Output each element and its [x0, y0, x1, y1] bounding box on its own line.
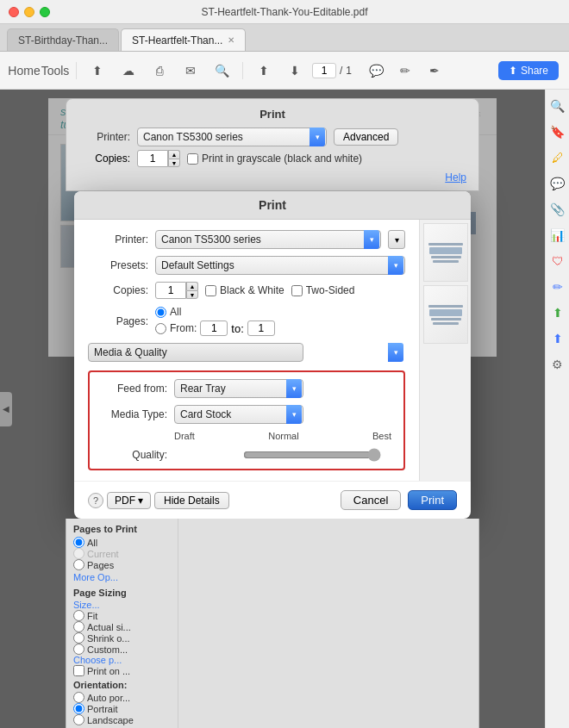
from-radio[interactable]: [155, 323, 166, 334]
shrink-radio-label[interactable]: Shrink o...: [73, 632, 171, 644]
printer-expand-btn[interactable]: ▾: [388, 230, 405, 249]
portrait-label[interactable]: Portrait: [73, 703, 171, 714]
landscape-radio[interactable]: [73, 714, 84, 725]
inner-cancel-button[interactable]: Cancel: [341, 490, 401, 510]
minimize-button[interactable]: [24, 7, 34, 17]
actual-radio[interactable]: [73, 621, 84, 632]
feed-from-select[interactable]: Rear Tray: [174, 379, 303, 398]
page-current-input[interactable]: [312, 63, 336, 78]
actual-radio-label[interactable]: Actual si...: [73, 621, 171, 632]
auto-portrait-radio[interactable]: [73, 692, 84, 703]
thumb-line-6: [433, 322, 459, 325]
close-button[interactable]: [9, 7, 19, 17]
from-page-input[interactable]: [200, 320, 228, 336]
help-circle-button[interactable]: ?: [88, 493, 103, 508]
from-radio-label[interactable]: From:: [155, 322, 197, 334]
inner-stepper-down[interactable]: ▼: [186, 290, 198, 299]
stepper-up[interactable]: ▲: [168, 150, 180, 159]
tools-button[interactable]: Tools: [41, 59, 69, 83]
tab-birthday[interactable]: ST-Birthday-Than...: [7, 28, 119, 51]
more-options-link[interactable]: More Op...: [73, 572, 171, 582]
inner-copies-input[interactable]: [155, 282, 186, 299]
nav-down-button[interactable]: ⬇: [281, 59, 309, 83]
outer-current-radio[interactable]: [73, 548, 84, 559]
printer-select-outer[interactable]: Canon TS5300 series: [137, 128, 327, 146]
sidebar-comment-icon[interactable]: 💬: [548, 174, 567, 193]
copies-input-outer[interactable]: [137, 150, 168, 167]
all-radio-label[interactable]: All: [73, 537, 171, 548]
choose-link[interactable]: Choose p...: [73, 655, 171, 665]
maximize-button[interactable]: [40, 7, 50, 17]
inner-stepper-up[interactable]: ▲: [186, 282, 198, 290]
sidebar-bookmark-icon[interactable]: 🔖: [548, 122, 567, 141]
right-sidebar: 🔍 🔖 🖊 💬 📎 📊 🛡 ✏ ⬆ ⬆ ⚙: [545, 90, 569, 728]
thumb-line-1: [428, 243, 463, 246]
advanced-button[interactable]: Advanced: [334, 128, 398, 146]
markup-button[interactable]: ✏: [391, 59, 419, 83]
media-quality-select[interactable]: Media & Quality: [88, 343, 303, 362]
two-sided-checkbox[interactable]: [291, 285, 303, 296]
custom-radio-label[interactable]: Custom...: [73, 644, 171, 655]
stepper-down[interactable]: ▼: [168, 159, 180, 167]
search-button[interactable]: 🔍: [208, 59, 235, 83]
sidebar-attachment-icon[interactable]: 📎: [548, 200, 567, 219]
inner-print-button[interactable]: Print: [408, 490, 457, 510]
size-link[interactable]: Size...: [73, 600, 171, 610]
media-type-select-wrapper: Card Stock ▾: [174, 405, 303, 424]
to-page-input[interactable]: [247, 320, 275, 336]
auto-portrait-text: Auto por...: [87, 693, 130, 703]
pages-radio-label[interactable]: Pages: [73, 559, 171, 570]
black-white-label[interactable]: Black & White: [205, 284, 284, 296]
inner-pages-label: Pages:: [88, 315, 148, 327]
pdf-button[interactable]: PDF ▾: [107, 492, 151, 509]
upload-button[interactable]: ⬆: [84, 59, 111, 83]
sidebar-highlight-icon[interactable]: 🖊: [548, 148, 567, 167]
sidebar-sign-icon[interactable]: ✏: [548, 277, 567, 296]
quality-slider[interactable]: [243, 448, 381, 462]
print-on-label: Print on ...: [73, 665, 171, 676]
current-radio-label[interactable]: Current: [73, 548, 171, 559]
black-white-checkbox[interactable]: [205, 285, 216, 296]
home-button[interactable]: Home: [10, 59, 38, 83]
sidebar-tools-icon[interactable]: ⚙: [548, 355, 567, 374]
cloud-button[interactable]: ☁: [115, 59, 142, 83]
fit-radio[interactable]: [73, 610, 84, 621]
redact-button[interactable]: ✒: [421, 59, 448, 83]
outer-bottom-content: Pages to Print All Current: [66, 519, 478, 728]
all-pages-label[interactable]: All: [155, 306, 275, 318]
inner-presets-select[interactable]: Default Settings: [155, 256, 405, 275]
sidebar-zoom-icon[interactable]: 🔍: [548, 96, 567, 115]
window-chrome: ST-Heartfelt-Thank-You-Editable.pdf: [0, 0, 569, 24]
portrait-radio[interactable]: [73, 703, 84, 714]
inner-pages-row: Pages: All From:: [88, 306, 405, 336]
all-pages-radio[interactable]: [155, 307, 166, 318]
media-type-select[interactable]: Card Stock: [174, 405, 303, 424]
landscape-label[interactable]: Landscape: [73, 714, 171, 725]
sidebar-redact-icon[interactable]: 🛡: [548, 252, 567, 271]
inner-printer-select[interactable]: Canon TS5300 series: [155, 230, 381, 249]
sidebar-export-icon[interactable]: ⬆: [548, 303, 567, 322]
mail-button[interactable]: ✉: [177, 59, 204, 83]
comment-button[interactable]: 💬: [362, 59, 390, 83]
nav-up-button[interactable]: ⬆: [250, 59, 278, 83]
auto-portrait-label[interactable]: Auto por...: [73, 692, 171, 703]
grayscale-checkbox-label[interactable]: Print in grayscale (black and white): [187, 152, 362, 165]
help-link[interactable]: Help: [445, 171, 466, 184]
two-sided-label[interactable]: Two-Sided: [291, 284, 355, 296]
tab-close-icon[interactable]: ✕: [228, 35, 234, 45]
outer-pages-radio[interactable]: [73, 559, 84, 570]
tab-heartfelt[interactable]: ST-Heartfelt-Than... ✕: [121, 28, 246, 51]
fit-radio-label[interactable]: Fit: [73, 610, 171, 621]
outer-all-radio[interactable]: [73, 537, 84, 548]
print-on-checkbox[interactable]: [73, 665, 84, 676]
sidebar-share-icon[interactable]: ⬆: [548, 329, 567, 348]
thumbnail-2[interactable]: [423, 285, 468, 344]
custom-radio[interactable]: [73, 644, 84, 655]
sidebar-table-icon[interactable]: 📊: [548, 226, 567, 245]
shrink-radio[interactable]: [73, 632, 84, 644]
share-button[interactable]: ⬆ Share: [498, 61, 559, 80]
grayscale-checkbox[interactable]: [187, 153, 198, 165]
hide-details-button[interactable]: Hide Details: [154, 492, 229, 509]
thumbnail-1[interactable]: [423, 223, 468, 282]
print-button[interactable]: ⎙: [146, 59, 173, 83]
